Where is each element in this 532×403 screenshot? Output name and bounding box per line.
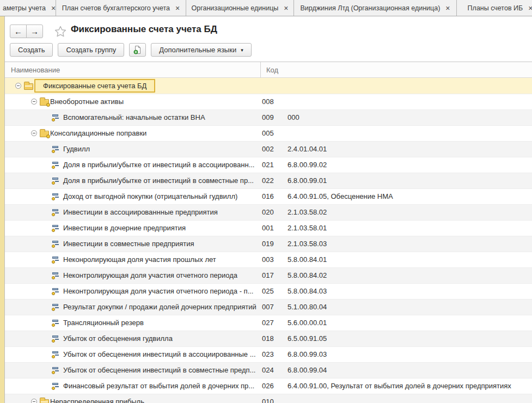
row-name: Неконтролирующая доля участия отчетного … [63, 267, 237, 283]
collapse-icon[interactable] [31, 130, 37, 136]
collapse-icon[interactable] [31, 99, 37, 105]
back-button[interactable]: ← [10, 25, 27, 38]
close-icon[interactable]: × [51, 4, 56, 12]
tab-label: Организационные единицы [192, 4, 279, 12]
table-row[interactable]: Неконтролирующая доля участия отчетного … [5, 283, 532, 299]
additional-languages-button[interactable]: Дополнительные языки ▾ [151, 43, 251, 57]
tree-rows: Фиксированные счета учета БДВнеоборотные… [5, 78, 532, 403]
row-accounts: 5.1.00.80.04 [288, 299, 327, 315]
account-icon [52, 255, 60, 264]
tab-label: Планы счетов ИБ [468, 4, 523, 12]
collapse-icon[interactable] [15, 83, 21, 89]
page-title: Фиксированные счета учета БД [71, 24, 217, 35]
table-row[interactable]: Консолидационные поправки005 [5, 125, 532, 141]
row-code: 021 [262, 157, 274, 173]
row-code: 022 [262, 173, 274, 188]
row-name: Убыток от обесценения гудвилла [63, 331, 173, 346]
close-icon[interactable]: × [284, 4, 288, 12]
table-row[interactable]: Внеоборотные активы008 [5, 94, 532, 109]
table-row[interactable]: Убыток от обесценения инвестиций в ассоц… [5, 346, 532, 362]
create-by-copy-icon [133, 45, 142, 54]
table-row[interactable]: Трансляционный резерв0275.6.00.00.01 [5, 315, 532, 331]
tab[interactable]: аметры учета× [0, 0, 56, 16]
column-divider[interactable] [260, 62, 261, 78]
table-row[interactable]: Убыток от обесценения инвестиций в совме… [5, 362, 532, 378]
create-by-copy-button[interactable] [129, 43, 146, 57]
table-row[interactable]: Убыток от обесценения гудвилла0186.5.00.… [5, 331, 532, 346]
close-icon[interactable]: × [445, 4, 450, 12]
account-icon [52, 350, 60, 358]
account-icon [52, 176, 60, 185]
table-row[interactable]: Нераспределенная прибыль010 [5, 394, 532, 403]
row-name: Инвестиции в дочерние предприятия [63, 220, 186, 236]
account-icon [52, 382, 60, 390]
tab[interactable]: План счетов бухгалтерского учета× [56, 0, 186, 16]
tab[interactable]: Планы счетов ИБ× [457, 0, 532, 16]
account-icon [52, 161, 60, 169]
row-code: 003 [262, 252, 274, 267]
tab-label: Вирджиния Лтд (Организационная единица) [300, 4, 440, 12]
account-icon [52, 303, 60, 311]
row-accounts: 2.1.03.58.02 [288, 204, 327, 220]
table-row[interactable]: Финансовый результат от выбытия долей в … [5, 378, 532, 394]
table-row[interactable]: Доход от выгодной покупки (отрицательный… [5, 188, 532, 204]
folder-icon [40, 131, 49, 137]
table-row[interactable]: Инвестиции в совместные предприятия0192.… [5, 236, 532, 252]
row-name: Вспомогательный: начальные остатки ВНА [63, 109, 205, 125]
collapse-icon[interactable] [31, 399, 37, 403]
table-row[interactable]: Гудвилл0022.4.01.04.01 [5, 141, 532, 157]
row-code: 024 [262, 362, 274, 378]
account-icon [52, 366, 60, 374]
account-icon [52, 192, 60, 200]
account-icon [52, 224, 60, 232]
row-code: 008 [262, 94, 274, 109]
row-accounts: 6.8.00.99.04 [288, 362, 327, 378]
row-code: 017 [262, 267, 274, 283]
row-code: 010 [262, 394, 274, 403]
create-group-button[interactable]: Создать группу [58, 43, 124, 57]
table-row[interactable]: Доля в прибыли/убытке от инвестиций в ас… [5, 157, 532, 173]
row-name: Убыток от обесценения инвестиций в совме… [63, 362, 255, 378]
tab[interactable]: Вирджиния Лтд (Организационная единица)× [294, 0, 457, 16]
account-icon [52, 271, 60, 279]
table-row[interactable]: Неконтролирующая доля участия отчетного … [5, 267, 532, 283]
tab[interactable]: Организационные единицы× [186, 0, 294, 16]
row-name: Гудвилл [63, 141, 90, 157]
create-button[interactable]: Создать [10, 43, 53, 57]
table-row[interactable]: Фиксированные счета учета БД [5, 78, 532, 94]
table-row[interactable]: Неконролирующая доля участия прошлых лет… [5, 252, 532, 267]
close-icon[interactable]: × [528, 4, 532, 12]
row-accounts: 6.8.00.99.02 [288, 157, 327, 173]
forward-button[interactable]: → [26, 25, 43, 38]
row-code: 026 [262, 378, 274, 394]
row-name: Внеоборотные активы [50, 94, 124, 109]
row-name: Доля в прибыли/убытке от инвестиций в со… [63, 173, 254, 188]
table-row[interactable]: Вспомогательный: начальные остатки ВНА00… [5, 109, 532, 125]
favorite-star-icon[interactable] [54, 25, 67, 38]
row-accounts: 5.6.00.00.01 [288, 315, 327, 331]
row-code: 007 [262, 299, 274, 315]
account-icon [52, 145, 60, 153]
row-accounts: 2.4.01.04.01 [288, 141, 327, 157]
tab-bar: аметры учета×План счетов бухгалтерского … [0, 0, 532, 16]
row-code: 019 [262, 236, 274, 252]
row-code: 016 [262, 188, 274, 204]
table-row[interactable]: Доля в прибыли/убытке от инвестиций в со… [5, 173, 532, 188]
account-icon [52, 287, 60, 295]
close-icon[interactable]: × [175, 4, 180, 12]
row-name: Неконролирующая доля участия прошлых лет [63, 252, 216, 267]
row-name: Неконтролирующая доля участия отчетного … [63, 283, 253, 299]
column-header-code[interactable]: Код [266, 62, 278, 78]
table-row[interactable]: Инвестиции в ассоциированнные предприяти… [5, 204, 532, 220]
row-code: 001 [262, 220, 274, 236]
row-code: 018 [262, 331, 274, 346]
column-header-name[interactable]: Наименование [11, 62, 60, 78]
account-icon [52, 113, 60, 121]
table-row[interactable]: Инвестиции в дочерние предприятия0012.1.… [5, 220, 532, 236]
history-nav: ← → [10, 25, 43, 38]
row-accounts: 5.8.00.84.01 [288, 252, 327, 267]
row-accounts: 6.4.00.91.05, Обесценение НМА [288, 188, 393, 204]
additional-languages-label: Дополнительные языки [159, 46, 236, 54]
account-icon [52, 319, 60, 327]
table-row[interactable]: Результат докупки / продажи долей дочерн… [5, 299, 532, 315]
